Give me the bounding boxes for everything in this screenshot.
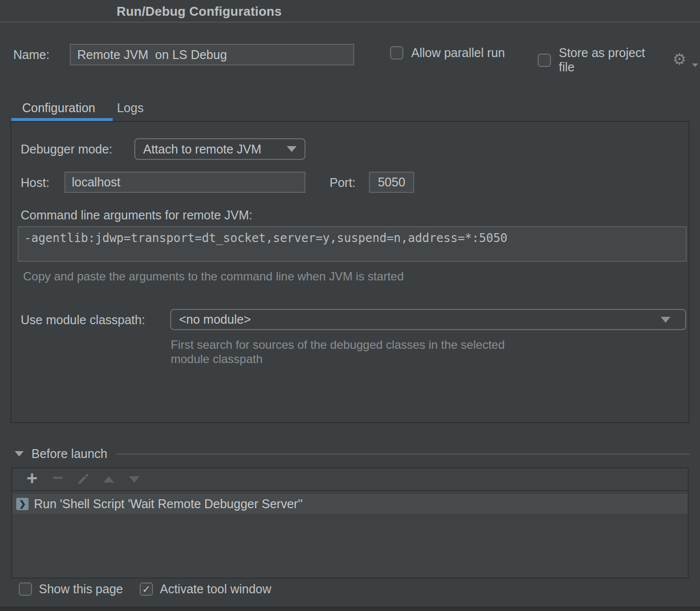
chevron-down-icon xyxy=(287,146,297,152)
gear-icon[interactable]: ⚙ xyxy=(672,52,686,67)
module-classpath-value: <no module> xyxy=(179,312,251,327)
host-input[interactable] xyxy=(64,172,305,193)
gear-dropdown-arrow-icon xyxy=(692,63,698,67)
host-label: Host: xyxy=(21,176,49,190)
activate-tool-window-checkbox-row[interactable]: ✓ Activate tool window xyxy=(140,582,272,596)
allow-parallel-run-checkbox[interactable] xyxy=(390,46,403,60)
store-as-project-file-checkbox-row[interactable]: Store as project file ⚙ xyxy=(538,46,700,74)
name-input[interactable] xyxy=(70,44,354,65)
debugger-mode-value: Attach to remote JVM xyxy=(143,142,261,156)
section-divider xyxy=(116,454,690,455)
show-this-page-checkbox-row[interactable]: Show this page xyxy=(19,582,123,596)
module-classpath-select[interactable]: <no module> xyxy=(170,309,686,330)
run-debug-configurations-dialog: Run/Debug Configurations Name: Allow par… xyxy=(0,0,700,611)
activate-tool-window-label: Activate tool window xyxy=(160,582,272,596)
move-down-button[interactable] xyxy=(122,469,147,489)
chevron-down-icon xyxy=(661,317,670,323)
module-classpath-hint: First search for sources of the debugged… xyxy=(171,337,505,366)
pencil-icon xyxy=(77,473,90,486)
edit-button[interactable] xyxy=(70,469,96,489)
command-line-arguments-label: Command line arguments for remote JVM: xyxy=(21,208,252,222)
command-line-arguments-hint: Copy and paste the arguments to the comm… xyxy=(23,270,404,283)
tab-logs[interactable]: Logs xyxy=(106,97,154,118)
allow-parallel-run-label: Allow parallel run xyxy=(411,46,505,60)
before-launch-toolbar: + − xyxy=(12,468,688,491)
activate-tool-window-checkbox[interactable]: ✓ xyxy=(140,582,153,596)
command-line-arguments-textarea[interactable]: -agentlib:jdwp=transport=dt_socket,serve… xyxy=(18,226,687,262)
show-this-page-checkbox[interactable] xyxy=(19,582,32,596)
show-this-page-label: Show this page xyxy=(39,582,123,596)
name-label: Name: xyxy=(13,48,50,62)
before-launch-task-row[interactable]: ❯ Run 'Shell Script 'Wait Remote Debugge… xyxy=(12,494,688,514)
collapse-triangle-icon[interactable] xyxy=(15,451,24,457)
configuration-panel: Debugger mode: Attach to remote JVM Debu… xyxy=(10,121,690,423)
debugger-mode-label-dup: Debugger mode: xyxy=(21,142,112,156)
add-button[interactable]: + xyxy=(19,469,45,489)
minus-icon: − xyxy=(52,468,63,487)
before-launch-title: Before launch xyxy=(31,447,107,461)
triangle-up-icon xyxy=(103,476,114,483)
store-as-project-file-checkbox[interactable] xyxy=(538,54,551,67)
dialog-title: Run/Debug Configurations xyxy=(117,4,282,19)
allow-parallel-run-checkbox-row[interactable]: Allow parallel run xyxy=(390,46,505,60)
store-as-project-file-label: Store as project file xyxy=(559,46,662,74)
port-input[interactable] xyxy=(369,172,414,193)
plus-icon: + xyxy=(27,469,37,488)
run-task-icon: ❯ xyxy=(16,498,29,510)
move-up-button[interactable] xyxy=(96,469,122,489)
dialog-bottom-edge xyxy=(0,607,700,611)
before-launch-header: Before launch xyxy=(15,447,690,461)
triangle-down-icon xyxy=(129,476,140,483)
before-launch-task-label: Run 'Shell Script 'Wait Remote Debugger … xyxy=(34,497,303,511)
debugger-mode-select[interactable]: Attach to remote JVM xyxy=(134,138,305,160)
dialog-titlebar: Run/Debug Configurations xyxy=(0,0,700,23)
tab-bar: Configuration Logs xyxy=(11,97,154,118)
remove-button[interactable]: − xyxy=(45,469,70,489)
tab-configuration[interactable]: Configuration xyxy=(11,97,106,118)
port-label: Port: xyxy=(330,176,356,190)
before-launch-panel: + − ❯ Run 'Shell Script 'Wait Remote Deb… xyxy=(11,467,689,579)
use-module-classpath-label: Use module classpath: xyxy=(21,313,145,327)
